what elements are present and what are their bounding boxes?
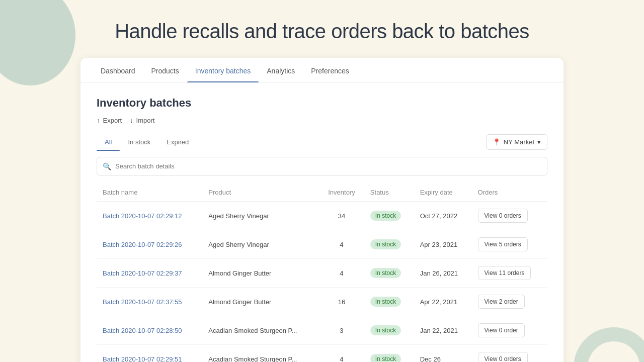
batch-link[interactable]: Batch 2020-10-07 02:28:50 (103, 327, 182, 334)
status-badge: In stock (370, 268, 401, 278)
batch-link[interactable]: Batch 2020-10-07 02:29:51 (103, 355, 182, 363)
cell-product: Aged Sherry Vinegar (202, 230, 319, 259)
cell-batch-name: Batch 2020-10-07 02:29:26 (97, 230, 202, 259)
cell-orders: View 2 order (472, 288, 547, 316)
cell-status: In stock (364, 230, 414, 259)
cell-inventory: 16 (319, 288, 364, 316)
filter-row: All In stock Expired 📍 NY Market ▾ (97, 134, 547, 150)
col-inventory: Inventory (319, 184, 364, 202)
col-status: Status (364, 184, 414, 202)
cell-batch-name: Batch 2020-10-07 02:29:37 (97, 259, 202, 288)
col-expiry: Expiry date (414, 184, 472, 202)
cell-inventory: 4 (319, 345, 364, 363)
cell-inventory: 4 (319, 259, 364, 288)
table-header-row: Batch name Product Inventory Status Expi… (97, 184, 547, 202)
cell-status: In stock (364, 288, 414, 316)
cell-batch-name: Batch 2020-10-07 02:29:12 (97, 202, 202, 230)
col-product: Product (202, 184, 319, 202)
view-orders-button[interactable]: View 2 order (478, 295, 525, 309)
view-orders-button[interactable]: View 0 order (478, 323, 525, 337)
search-icon: 🔍 (103, 162, 111, 170)
cell-batch-name: Batch 2020-10-07 02:28:50 (97, 316, 202, 345)
cell-product: Acadian Smoked Sturgeon P... (202, 316, 319, 345)
bg-shape-right (574, 327, 644, 362)
cell-batch-name: Batch 2020-10-07 02:37:55 (97, 288, 202, 316)
cell-orders: View 0 order (472, 316, 547, 345)
nav-tabs: Dashboard Products Inventory batches Ana… (80, 58, 564, 82)
cell-status: In stock (364, 316, 414, 345)
cell-orders: View 11 orders (472, 259, 547, 288)
cell-expiry: Oct 27, 2022 (414, 202, 472, 230)
view-orders-button[interactable]: View 5 orders (478, 237, 528, 251)
content-area: Inventory batches ↑ Export ↓ Import All … (80, 82, 564, 362)
cell-product: Almond Ginger Butter (202, 288, 319, 316)
status-badge: In stock (370, 239, 401, 249)
action-buttons: ↑ Export ↓ Import (97, 117, 547, 124)
col-orders: Orders (472, 184, 547, 202)
cell-status: In stock (364, 259, 414, 288)
import-button[interactable]: ↓ Import (130, 117, 154, 124)
status-badge: In stock (370, 297, 401, 307)
batch-link[interactable]: Batch 2020-10-07 02:29:12 (103, 212, 182, 220)
tab-dashboard[interactable]: Dashboard (93, 58, 143, 82)
cell-inventory: 4 (319, 230, 364, 259)
market-label: NY Market (504, 138, 534, 146)
batch-link[interactable]: Batch 2020-10-07 02:29:37 (103, 269, 182, 277)
tab-products[interactable]: Products (143, 58, 187, 82)
export-icon: ↑ (97, 117, 100, 124)
location-icon: 📍 (493, 138, 501, 146)
status-badge: In stock (370, 354, 401, 362)
tab-preferences[interactable]: Preferences (303, 58, 357, 82)
cell-batch-name: Batch 2020-10-07 02:29:51 (97, 345, 202, 363)
cell-orders: View 0 orders (472, 345, 547, 363)
market-selector[interactable]: 📍 NY Market ▾ (486, 134, 547, 150)
batches-table: Batch name Product Inventory Status Expi… (97, 184, 547, 362)
cell-product: Acadian Smoked Sturgeon P... (202, 345, 319, 363)
cell-orders: View 5 orders (472, 230, 547, 259)
cell-expiry: Jan 22, 2021 (414, 316, 472, 345)
cell-inventory: 3 (319, 316, 364, 345)
tab-analytics[interactable]: Analytics (259, 58, 303, 82)
cell-orders: View 0 orders (472, 202, 547, 230)
batch-link[interactable]: Batch 2020-10-07 02:37:55 (103, 298, 182, 306)
cell-expiry: Apr 23, 2021 (414, 230, 472, 259)
table-row: Batch 2020-10-07 02:37:55 Almond Ginger … (97, 288, 547, 316)
cell-inventory: 34 (319, 202, 364, 230)
filter-expired[interactable]: Expired (158, 134, 197, 150)
col-batch-name: Batch name (97, 184, 202, 202)
status-badge: In stock (370, 211, 401, 221)
main-card: Dashboard Products Inventory batches Ana… (80, 58, 564, 362)
export-button[interactable]: ↑ Export (97, 117, 122, 124)
status-badge: In stock (370, 325, 401, 335)
chevron-down-icon: ▾ (537, 138, 541, 146)
filter-in-stock[interactable]: In stock (120, 134, 158, 150)
tab-inventory-batches[interactable]: Inventory batches (187, 58, 259, 82)
view-orders-button[interactable]: View 0 orders (478, 352, 528, 362)
table-row: Batch 2020-10-07 02:28:50 Acadian Smoked… (97, 316, 547, 345)
search-input[interactable] (97, 157, 547, 175)
view-orders-button[interactable]: View 11 orders (478, 266, 531, 280)
view-orders-button[interactable]: View 0 orders (478, 209, 528, 223)
table-row: Batch 2020-10-07 02:29:12 Aged Sherry Vi… (97, 202, 547, 230)
cell-expiry: Apr 22, 2021 (414, 288, 472, 316)
cell-expiry: Jan 26, 2021 (414, 259, 472, 288)
cell-product: Aged Sherry Vinegar (202, 202, 319, 230)
search-wrapper: 🔍 (97, 157, 547, 175)
table-row: Batch 2020-10-07 02:29:37 Almond Ginger … (97, 259, 547, 288)
cell-status: In stock (364, 345, 414, 363)
table-row: Batch 2020-10-07 02:29:51 Acadian Smoked… (97, 345, 547, 363)
cell-product: Almond Ginger Butter (202, 259, 319, 288)
hero-title: Handle recalls and trace orders back to … (0, 0, 644, 58)
table-row: Batch 2020-10-07 02:29:26 Aged Sherry Vi… (97, 230, 547, 259)
filter-tabs: All In stock Expired (97, 134, 197, 150)
cell-expiry: Dec 26 (414, 345, 472, 363)
batch-link[interactable]: Batch 2020-10-07 02:29:26 (103, 241, 182, 248)
page-title: Inventory batches (97, 97, 547, 110)
cell-status: In stock (364, 202, 414, 230)
import-icon: ↓ (130, 117, 133, 124)
filter-all[interactable]: All (97, 134, 120, 150)
